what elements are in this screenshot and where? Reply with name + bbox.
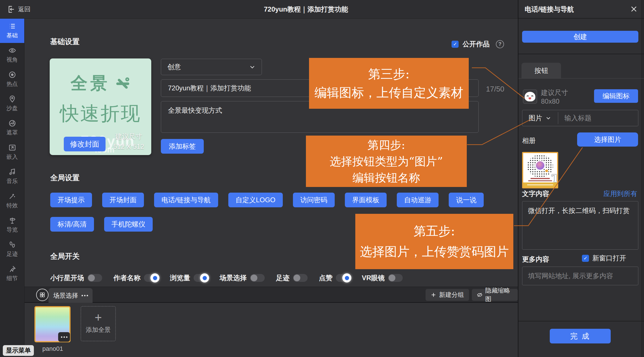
back-button[interactable]: 返回 [7,0,30,19]
scene-name-label: pano01 [42,345,63,352]
icon-size-hint: 建议尺寸 80x80 [541,88,568,106]
hide-thumbnails-button[interactable]: 隐藏缩略图 [472,289,518,301]
sidebar-item-music[interactable]: 音乐 [0,164,24,189]
scene-thumbnails-area: + 添加全景 pano01 [25,303,518,357]
sidebar-item-embed[interactable]: 嵌入 [0,140,24,164]
cover-size-hint: 建议尺寸 512 X 512 [109,131,148,152]
footprints-icon [8,241,16,249]
qr-code-thumbnail[interactable]: T [522,152,558,188]
done-button[interactable]: 完 成 [550,329,611,343]
auto-tour-button[interactable]: 自动巡游 [397,193,439,207]
section-heading-switches: 全局开关 [50,251,80,261]
callout-step5: 第五步: 选择图片，上传赞赏码图片 [355,214,513,269]
close-icon[interactable] [630,5,638,13]
connector-line-step3 [472,68,524,98]
thumbnail-menu-button[interactable] [58,332,70,342]
public-work-row: ✓ 公开作品 ? [452,40,504,49]
text-content-textarea[interactable]: 微信打开，长按二维码，扫码打赏 [522,201,638,250]
scene-thumbnail-pano01[interactable] [34,306,71,342]
website-url-input[interactable] [522,267,638,285]
embed-icon [8,144,16,151]
add-panorama-button[interactable]: + 添加全景 [81,306,116,341]
text-cursor: T [552,172,558,184]
create-button[interactable]: 创建 [522,31,638,43]
change-cover-button[interactable]: 修改封面 [64,137,106,151]
switches-row: 小行星开场 作者名称 浏览量 场景选择 足迹 点赞 VR眼镜 [50,273,403,282]
button-icon-preview[interactable] [523,90,537,104]
say-something-button[interactable]: 说一说 [449,193,484,207]
qr-center-logo [535,160,545,171]
sd-hd-button[interactable]: 标清/高清 [50,217,94,232]
chevron-down-icon [249,64,255,70]
sidebar-item-hotspot[interactable]: 热点 [0,67,24,92]
panel-header: 电话/链接与导航 [518,0,644,19]
toggle-off[interactable] [293,274,308,282]
callout-step4: 第四步: 选择按钮类型为“图片” 编辑按钮名称 [306,136,467,187]
public-work-checkbox[interactable]: ✓ [452,41,459,48]
sidebar-item-view[interactable]: 视角 [0,43,24,67]
new-group-button[interactable]: 新建分组 [426,289,469,301]
tab-button-type[interactable]: 按钮 [522,63,561,79]
back-icon [7,5,15,13]
button-title-input[interactable] [564,114,638,122]
public-work-label: 公开作品 [463,40,490,49]
category-select[interactable]: 创意 [161,59,262,75]
panel-title: 电话/链接与导航 [525,0,574,19]
title-char-counter: 17/50 [486,85,504,93]
gyroscope-button[interactable]: 手机陀螺仪 [104,217,153,232]
category-value: 创意 [167,62,181,71]
top-bar: 返回 720yun教程｜添加打赏功能 [0,0,518,19]
bun-emoji-icon [525,92,535,101]
section-heading-basic: 基础设置 [50,37,80,47]
list-icon [8,22,16,30]
toggle-on[interactable] [194,274,208,282]
vertical-divider [558,112,558,124]
toggle-on[interactable] [144,274,159,282]
apply-to-all-link[interactable]: 应用到所有 [603,189,637,198]
sidebar-item-tour[interactable]: 导览 [0,213,24,237]
access-password-button[interactable]: 访问密码 [293,193,335,207]
app-root: 返回 720yun教程｜添加打赏功能 基础 视角 热点 沙盘 遮罩 嵌入 [0,0,644,357]
signpost-icon [8,217,16,224]
more-dots-icon[interactable] [82,295,88,296]
edit-icon-button[interactable]: 编辑图标 [594,89,638,103]
ui-template-button[interactable]: 界面模板 [345,193,387,207]
grid-icon [39,292,45,298]
map-pin-icon [8,95,16,103]
switch-author-name: 作者名称 [113,273,159,282]
sidebar-item-label: 细节 [6,275,18,282]
sidebar-item-detail[interactable]: 细节 [0,262,24,286]
text-content-label: 文字内容 [522,189,549,198]
sidebar-item-sandbox[interactable]: 沙盘 [0,92,24,116]
scene-grid-button[interactable] [36,289,49,301]
phone-link-nav-button[interactable]: 电话/链接与导航 [154,193,218,207]
opening-cover-button[interactable]: 开场封面 [102,193,144,207]
opening-tip-button[interactable]: 开场提示 [50,193,92,207]
sidebar-item-effects[interactable]: 特效 [0,189,24,213]
add-tag-button[interactable]: 添加标签 [161,139,204,154]
section-heading-global: 全局设置 [50,173,80,183]
switch-vr-glasses: VR眼镜 [362,273,403,282]
new-window-label: 新窗口打开 [592,254,626,263]
scene-select-tab[interactable]: 场景选择 [49,288,93,303]
sidebar-item-footprints[interactable]: 足迹 [0,237,24,262]
toggle-off[interactable] [87,274,102,282]
chevron-down-icon [546,115,551,121]
toggle-off[interactable] [388,274,403,282]
button-type-select[interactable]: 图片 [529,114,551,123]
sidebar-item-mask[interactable]: 遮罩 [0,116,24,140]
custom-logo-button[interactable]: 自定义LOGO [228,193,283,207]
choose-image-button[interactable]: 选择图片 [577,132,638,147]
new-window-checkbox[interactable]: ✓ [582,255,589,262]
sidebar-item-label: 视角 [6,56,18,64]
toggle-on[interactable] [336,274,351,282]
magic-wand-icon [8,192,16,200]
toggle-off[interactable] [250,274,265,282]
panel-divider [518,321,644,321]
sidebar-item-label: 导览 [6,226,18,234]
show-menu-button[interactable]: 显示菜单 [3,345,34,356]
help-icon[interactable]: ? [496,40,504,48]
sidebar-item-label: 特效 [6,202,18,209]
sidebar-item-basic[interactable]: 基础 [0,19,24,43]
mask-image-icon [8,119,16,127]
